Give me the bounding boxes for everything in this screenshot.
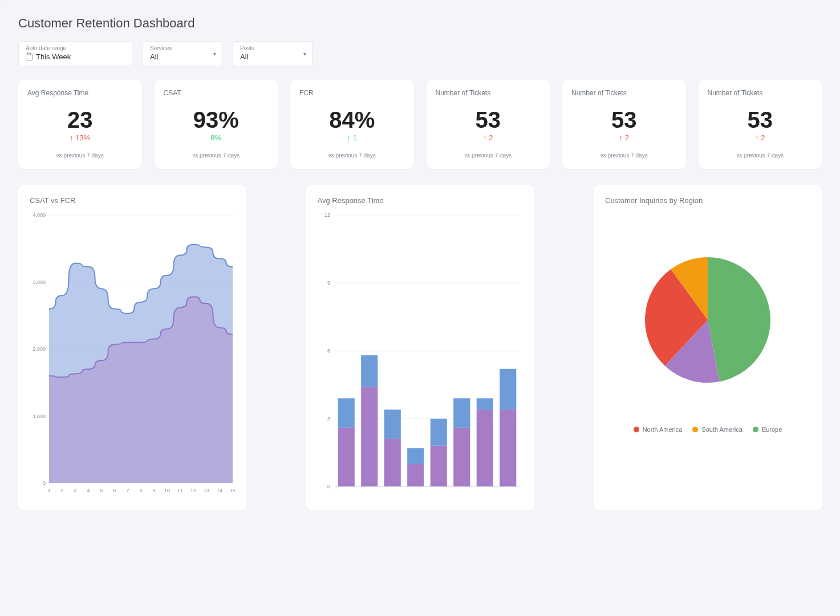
filter-posts-value: All — [240, 52, 248, 61]
svg-rect-41 — [407, 464, 424, 487]
chart-card-csat-vs-fcr: CSAT vs FCR 01,0002,0003,0004,0001234567… — [18, 185, 246, 510]
kpi-value: 84% — [299, 108, 405, 131]
kpi-title: Number of Tickets — [436, 89, 541, 97]
kpi-change: ↑ 13% — [27, 133, 133, 142]
kpi-value: 53 — [436, 108, 541, 131]
filter-date-range[interactable]: Auto date range This Week — [18, 41, 132, 66]
svg-text:8: 8 — [139, 488, 142, 493]
svg-text:2: 2 — [60, 488, 63, 493]
kpi-card: Number of Tickets53↑ 2vs previous 7 days — [699, 80, 822, 169]
chart-card-inquiries: Customer Inquiries by Region North Ameri… — [594, 185, 822, 510]
svg-rect-40 — [384, 410, 400, 439]
svg-rect-47 — [476, 410, 493, 487]
svg-text:15: 15 — [230, 488, 235, 493]
filter-date-range-value: This Week — [36, 52, 71, 61]
svg-text:2,000: 2,000 — [33, 346, 46, 352]
filter-posts[interactable]: Posts All ▾ — [233, 41, 313, 66]
page-title: Customer Retention Dashboard — [18, 16, 822, 31]
svg-text:0: 0 — [43, 480, 46, 486]
kpi-change: 8% — [164, 133, 269, 142]
kpi-card: Avg Response Time23↑ 13%vs previous 7 da… — [18, 80, 142, 169]
svg-text:12: 12 — [190, 488, 196, 493]
bar-chart-svg: 036912 — [318, 212, 523, 497]
chart-title: Customer Inquiries by Region — [605, 196, 810, 205]
kpi-value: 23 — [27, 108, 133, 131]
kpi-title: FCR — [299, 89, 405, 97]
svg-text:3: 3 — [74, 488, 76, 493]
svg-text:9: 9 — [152, 488, 155, 493]
filter-posts-label: Posts — [240, 45, 305, 51]
svg-text:12: 12 — [324, 212, 330, 218]
svg-text:3: 3 — [327, 416, 330, 422]
kpi-change: ↑ 2 — [571, 133, 677, 142]
kpi-change: ↑ 1 — [299, 133, 405, 142]
svg-text:4: 4 — [87, 488, 90, 493]
filter-services-label: Services — [150, 45, 215, 51]
kpi-title: Number of Tickets — [708, 89, 813, 97]
pie-legend: North AmericaSouth AmericaEurope — [605, 426, 810, 433]
area-chart-svg: 01,0002,0003,0004,0001234567891011121314… — [30, 212, 235, 497]
svg-text:3,000: 3,000 — [33, 279, 46, 285]
kpi-row: Avg Response Time23↑ 13%vs previous 7 da… — [18, 80, 822, 169]
kpi-value: 53 — [708, 108, 813, 131]
legend-dot — [753, 427, 758, 432]
svg-rect-50 — [500, 369, 516, 410]
kpi-vs-label: vs previous 7 days — [164, 152, 269, 159]
svg-text:7: 7 — [126, 488, 129, 493]
kpi-title: Number of Tickets — [571, 89, 677, 97]
legend-dot — [692, 427, 698, 432]
kpi-vs-label: vs previous 7 days — [299, 152, 405, 159]
kpi-change: ↑ 2 — [708, 133, 813, 142]
kpi-card: CSAT93%8%vs previous 7 days — [155, 80, 278, 169]
svg-rect-46 — [453, 398, 470, 428]
svg-text:1,000: 1,000 — [33, 414, 46, 419]
svg-text:14: 14 — [217, 488, 222, 493]
chart-row: CSAT vs FCR 01,0002,0003,0004,0001234567… — [18, 185, 822, 510]
kpi-vs-label: vs previous 7 days — [708, 152, 813, 159]
legend-label: Europe — [762, 426, 782, 433]
svg-rect-39 — [384, 439, 400, 487]
svg-rect-42 — [407, 448, 424, 464]
svg-rect-36 — [338, 398, 354, 428]
kpi-title: Avg Response Time — [27, 89, 133, 97]
chart-card-avg-response: Avg Response Time 036912 — [306, 185, 534, 510]
filter-services[interactable]: Services All ▾ — [143, 41, 222, 66]
svg-rect-45 — [453, 428, 470, 487]
svg-rect-48 — [476, 398, 493, 410]
svg-text:9: 9 — [327, 280, 330, 286]
legend-item: Europe — [753, 426, 782, 433]
svg-text:5: 5 — [100, 488, 103, 493]
legend-label: North America — [643, 426, 683, 433]
svg-text:0: 0 — [327, 484, 330, 489]
svg-rect-37 — [361, 387, 378, 487]
kpi-vs-label: vs previous 7 days — [436, 152, 541, 159]
kpi-vs-label: vs previous 7 days — [27, 152, 133, 159]
kpi-vs-label: vs previous 7 days — [571, 152, 677, 159]
svg-rect-43 — [430, 446, 447, 487]
svg-text:10: 10 — [164, 488, 170, 493]
kpi-change: ↑ 2 — [436, 133, 541, 142]
kpi-card: Number of Tickets53↑ 2vs previous 7 days — [562, 80, 686, 169]
filter-services-value: All — [150, 52, 158, 61]
filters-row: Auto date range This Week Services All ▾… — [18, 41, 822, 66]
kpi-title: CSAT — [164, 89, 269, 97]
kpi-value: 93% — [164, 108, 269, 131]
svg-rect-49 — [500, 410, 516, 487]
svg-text:13: 13 — [204, 488, 209, 493]
calendar-icon — [26, 54, 33, 60]
svg-text:6: 6 — [113, 488, 116, 493]
legend-item: North America — [634, 426, 683, 433]
legend-dot — [634, 427, 639, 432]
dashboard-page: Customer Retention Dashboard Auto date r… — [0, 0, 840, 524]
kpi-card: FCR84%↑ 1vs previous 7 days — [290, 80, 414, 169]
kpi-value: 53 — [571, 108, 677, 131]
svg-rect-44 — [430, 419, 447, 446]
svg-text:1: 1 — [47, 488, 50, 493]
svg-text:11: 11 — [177, 488, 183, 493]
svg-text:6: 6 — [327, 348, 330, 354]
pie-chart-svg — [605, 212, 810, 417]
chart-title: Avg Response Time — [318, 196, 523, 205]
legend-item: South America — [692, 426, 742, 433]
filter-date-range-label: Auto date range — [26, 45, 125, 51]
svg-rect-38 — [361, 355, 378, 387]
